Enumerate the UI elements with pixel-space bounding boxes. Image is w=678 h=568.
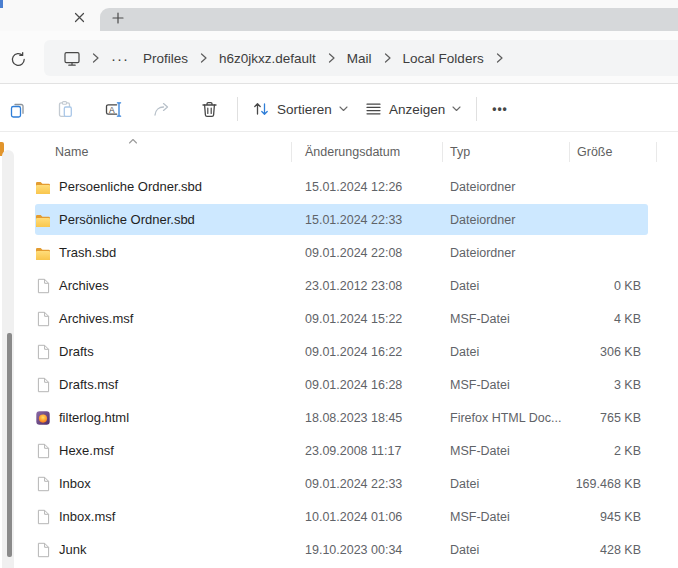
file-type: Firefox HTML Doc... — [443, 411, 570, 425]
close-icon — [74, 12, 85, 23]
file-row[interactable]: Drafts.msf 09.01.2024 16:28 MSF-Datei 3 … — [18, 368, 657, 401]
sort-arrows-icon — [252, 100, 270, 118]
file-row[interactable]: Inbox 09.01.2024 22:33 Datei 169.468 KB — [18, 467, 657, 500]
tab-bar — [0, 0, 678, 31]
view-list-icon — [365, 101, 382, 117]
delete-button[interactable] — [193, 93, 225, 125]
file-name: Trash.sbd — [59, 245, 116, 260]
folder-icon — [35, 245, 51, 261]
copy-button[interactable] — [1, 93, 33, 125]
file-row[interactable]: Hexe.msf 23.09.2008 11:17 MSF-Datei 2 KB — [18, 434, 657, 467]
column-header-size[interactable]: Größe — [570, 142, 657, 162]
file-name: Archives — [59, 278, 109, 293]
refresh-icon — [10, 51, 27, 68]
file-modified: 19.10.2023 00:34 — [292, 543, 443, 557]
file-row[interactable]: Persoenliche Ordner.sbd 15.01.2024 12:26… — [18, 170, 657, 203]
tab-strip-background — [100, 8, 678, 31]
file-size: 306 KB — [570, 345, 657, 359]
file-modified: 18.08.2023 18:45 — [292, 411, 443, 425]
sort-dropdown[interactable]: Sortieren — [243, 93, 357, 125]
more-options-button[interactable]: ••• — [484, 93, 516, 125]
file-icon — [35, 443, 51, 459]
file-row[interactable]: filterlog.html 18.08.2023 18:45 Firefox … — [18, 401, 657, 434]
column-header-modified[interactable]: Änderungsdatum — [292, 142, 443, 162]
file-type: MSF-Datei — [443, 510, 570, 524]
file-type: Datei — [443, 543, 570, 557]
breadcrumb-mail[interactable]: Mail — [340, 46, 379, 71]
scrollbar-track[interactable] — [2, 150, 14, 568]
chevron-down-icon — [452, 106, 461, 112]
breadcrumb-this-pc[interactable] — [57, 46, 87, 71]
file-name: Drafts.msf — [59, 377, 118, 392]
file-row[interactable]: Inbox.msf 10.01.2024 01:06 MSF-Datei 945… — [18, 500, 657, 533]
chevron-right-icon — [491, 52, 508, 64]
new-tab-button[interactable] — [107, 7, 129, 29]
share-button[interactable] — [145, 93, 177, 125]
column-header-type[interactable]: Typ — [443, 142, 570, 162]
file-name: Junk — [59, 542, 86, 557]
file-type: MSF-Datei — [443, 378, 570, 392]
folder-icon — [35, 179, 51, 195]
breadcrumb-profile-folder[interactable]: h6z0jkxz.default — [212, 46, 323, 71]
rename-button[interactable]: A — [97, 93, 129, 125]
breadcrumb-ellipsis[interactable]: ··· — [104, 46, 136, 71]
paste-button[interactable] — [49, 93, 81, 125]
cropped-icon-fragment — [0, 0, 3, 8]
file-type: Dateiordner — [443, 246, 570, 260]
file-size: 945 KB — [570, 510, 657, 524]
file-icon — [35, 311, 51, 327]
file-modified: 15.01.2024 12:26 — [292, 180, 443, 194]
file-name: Persönliche Ordner.sbd — [59, 212, 195, 227]
chevron-right-icon — [379, 52, 396, 64]
file-modified: 23.01.2012 23:08 — [292, 279, 443, 293]
column-header-name[interactable]: Name — [18, 142, 292, 162]
scrollbar-thumb[interactable] — [7, 333, 12, 557]
file-row[interactable]: Drafts 09.01.2024 16:22 Datei 306 KB — [18, 335, 657, 368]
file-type: MSF-Datei — [443, 444, 570, 458]
file-row[interactable]: Archives.msf 09.01.2024 15:22 MSF-Datei … — [18, 302, 657, 335]
file-size: 2 KB — [570, 444, 657, 458]
file-name: filterlog.html — [59, 410, 129, 425]
file-row[interactable]: Trash.sbd 09.01.2024 22:08 Dateiordner — [18, 236, 657, 269]
rename-icon: A — [104, 100, 123, 119]
breadcrumb-local-folders[interactable]: Local Folders — [396, 46, 491, 71]
close-tab-button[interactable] — [68, 6, 90, 28]
file-icon — [35, 476, 51, 492]
column-header-row: Name Änderungsdatum Typ Größe — [18, 141, 657, 163]
folder-icon — [35, 212, 51, 228]
chevron-right-icon — [323, 52, 340, 64]
file-type: Datei — [443, 279, 570, 293]
file-icon — [35, 377, 51, 393]
view-dropdown[interactable]: Anzeigen — [356, 93, 470, 125]
file-size: 765 KB — [570, 411, 657, 425]
file-icon — [35, 509, 51, 525]
file-modified: 09.01.2024 15:22 — [292, 312, 443, 326]
refresh-button[interactable] — [5, 46, 31, 72]
file-size: 4 KB — [570, 312, 657, 326]
file-size: 169.468 KB — [570, 477, 657, 491]
file-row[interactable]: Junk 19.10.2023 00:34 Datei 428 KB — [18, 533, 657, 566]
file-modified: 23.09.2008 11:17 — [292, 444, 443, 458]
file-icon — [35, 344, 51, 360]
file-name: Inbox — [59, 476, 91, 491]
this-pc-monitor-icon — [63, 50, 81, 67]
svg-text:A: A — [109, 104, 115, 114]
firefox-html-icon — [35, 410, 51, 426]
file-name: Inbox.msf — [59, 509, 115, 524]
chevron-right-icon — [195, 52, 212, 64]
file-row[interactable]: Archives 23.01.2012 23:08 Datei 0 KB — [18, 269, 657, 302]
copy-icon — [8, 100, 27, 119]
file-type: Datei — [443, 477, 570, 491]
file-size: 3 KB — [570, 378, 657, 392]
file-name: Hexe.msf — [59, 443, 114, 458]
toolbar-separator — [237, 97, 238, 121]
file-row-selected[interactable]: Persönliche Ordner.sbd 15.01.2024 22:33 … — [18, 203, 657, 236]
file-type: Datei — [443, 345, 570, 359]
address-bar[interactable]: ··· Profiles h6z0jkxz.default Mail Local… — [44, 40, 678, 76]
chevron-down-icon — [339, 106, 348, 112]
command-toolbar: A — [0, 85, 678, 132]
file-name: Persoenliche Ordner.sbd — [59, 179, 202, 194]
share-icon — [152, 100, 171, 119]
file-modified: 09.01.2024 22:08 — [292, 246, 443, 260]
breadcrumb-profiles[interactable]: Profiles — [136, 46, 195, 71]
